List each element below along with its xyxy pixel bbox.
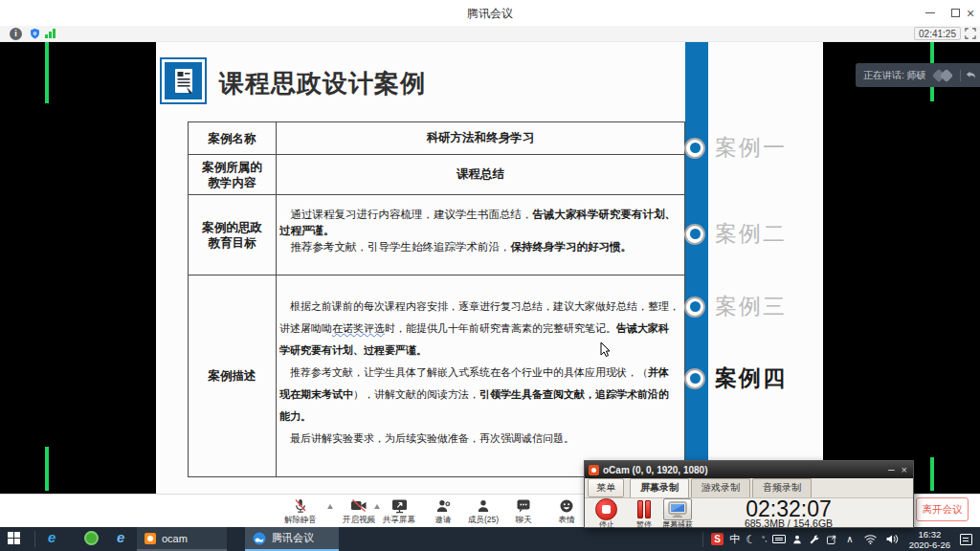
share-screen-icon — [374, 497, 424, 514]
row-label: 案例所属的 教学内容 — [189, 155, 277, 194]
table-row: 案例的思政 教育目标 通过课程复习进行内容梳理，建议学生书面总结，告诫大家科学研… — [189, 195, 684, 276]
ocam-stop-button[interactable] — [595, 498, 617, 520]
marker-line — [930, 457, 934, 491]
ime-lang-indicator[interactable]: 中 — [729, 532, 740, 546]
windows-taskbar: e e ocam 腾讯会议 S 中 ☾ °, ∧ 16:32 2020-6- — [0, 527, 980, 551]
fullscreen-icon[interactable] — [965, 28, 976, 39]
volume-icon[interactable] — [885, 534, 900, 544]
slide-title: 课程思政设计案例 — [219, 67, 426, 100]
window-title: 腾讯会议 — [0, 6, 980, 22]
presentation-slide: 课程思政设计案例 案例名称 科研方法和终身学习 案例所属的 教学内容 课程总结 … — [156, 42, 823, 494]
ocam-app-icon — [145, 533, 156, 544]
nav-ribbon — [685, 42, 708, 488]
share-screen-button[interactable]: 共享屏幕 — [374, 497, 424, 526]
mic-options-arrow[interactable] — [327, 504, 333, 509]
desc-text: 根据之前课前的每次课程内容安排，逐章进行复习总结，建议大家做好总结，整理， 讲述… — [277, 276, 684, 476]
user-tray-icon[interactable] — [791, 534, 803, 545]
meeting-duration: 02:41:25 — [914, 27, 961, 40]
close-button[interactable]: × — [959, 0, 980, 26]
ocam-close-button[interactable]: × — [902, 464, 907, 475]
table-row: 案例描述 根据之前课前的每次课程内容安排，逐章进行复习总结，建议大家做好总结，整… — [189, 276, 684, 476]
screen: 腾讯会议 × i 02:41:25 课程思政设计案例 案例名称 — [0, 0, 980, 551]
wifi-icon[interactable] — [863, 534, 878, 544]
unmute-button[interactable]: 解除静音 — [276, 497, 325, 526]
speaker-overlay: 正在讲话: 师硕 — [856, 63, 980, 87]
leave-meeting-button[interactable]: 离开会议 — [916, 497, 969, 521]
goal-text: 通过课程复习进行内容梳理，建议学生书面总结，告诫大家科学研究要有计划、 过程严谨… — [277, 195, 684, 275]
row-label: 案例名称 — [189, 122, 277, 154]
speaker-text: 正在讲话: 师硕 — [863, 69, 926, 82]
ocam-app-logo — [589, 465, 599, 475]
start-button[interactable] — [8, 532, 21, 545]
row-value: 科研方法和终身学习 — [277, 122, 684, 154]
meeting-infobar: i 02:41:25 — [0, 26, 980, 42]
row-label: 案例的思政 教育目标 — [189, 195, 277, 275]
tencent-meeting-app-icon — [253, 532, 266, 545]
system-tray: S 中 ☾ °, ∧ 16:32 2020-6-26 — [698, 527, 980, 551]
ocam-minimize-button[interactable]: – — [888, 463, 895, 476]
mouse-cursor — [600, 342, 611, 357]
monitor-icon — [668, 501, 687, 518]
ocam-tab-screen-record[interactable]: 屏幕录制 — [630, 478, 689, 497]
reply-arrow-icon[interactable] — [966, 70, 976, 80]
window-titlebar: 腾讯会议 × — [0, 0, 980, 26]
ocam-window: oCam (0, 0, 1920, 1080) – × 菜单 屏幕录制 游戏录制… — [584, 460, 914, 528]
action-center-icon[interactable] — [960, 534, 972, 545]
tray-expand-chevron[interactable]: ∧ — [846, 534, 853, 544]
shared-screen-area: 课程思政设计案例 案例名称 科研方法和终身学习 案例所属的 教学内容 课程总结 … — [0, 42, 980, 494]
ocam-tabs: 菜单 屏幕录制 游戏录制 音频录制 — [585, 478, 913, 498]
ocam-body: 停止 暂停 屏幕捕获 02:32:07 685.3MB / 154.6GB — [585, 498, 913, 527]
ocam-file-size: 685.3MB / 154.6GB — [717, 518, 860, 529]
ocam-pause-button[interactable] — [635, 500, 653, 518]
sogou-icon[interactable]: S — [711, 533, 724, 545]
row-label: 案例描述 — [189, 276, 277, 476]
ocam-tab-menu[interactable]: 菜单 — [588, 478, 624, 497]
ocam-tab-game-record[interactable]: 游戏录制 — [691, 478, 750, 497]
ocam-tab-audio-record[interactable]: 音频录制 — [752, 478, 812, 497]
marker-line — [45, 447, 49, 491]
wrench-icon[interactable] — [809, 534, 820, 545]
shield-icon[interactable] — [29, 28, 41, 40]
share-tray-icon[interactable] — [826, 534, 837, 545]
ocam-title: oCam (0, 0, 1920, 1080) — [603, 465, 881, 475]
ie-icon[interactable]: e — [117, 529, 124, 545]
table-row: 案例所属的 教学内容 课程总结 — [189, 155, 684, 195]
mic-muted-icon — [276, 497, 325, 514]
moon-icon[interactable]: ☾ — [746, 533, 756, 546]
info-icon[interactable]: i — [10, 28, 22, 40]
row-value: 课程总结 — [277, 155, 684, 194]
browser-360-icon[interactable] — [84, 531, 99, 545]
nav-case-3[interactable]: 案例三 — [684, 292, 787, 321]
marker-line — [45, 42, 49, 103]
ocam-capture-button[interactable] — [663, 498, 692, 520]
slide-logo — [160, 57, 207, 104]
taskbar-app-ocam[interactable]: ocam — [137, 527, 227, 551]
nav-case-2[interactable]: 案例二 — [684, 219, 787, 249]
meeting-logo-icon — [932, 69, 956, 82]
taskbar-app-tencent-meeting[interactable]: 腾讯会议 — [245, 527, 339, 551]
edge-icon[interactable]: e — [48, 529, 56, 545]
nav-case-4[interactable]: 案例四 — [684, 364, 787, 393]
ocam-titlebar[interactable]: oCam (0, 0, 1920, 1080) – × — [585, 461, 913, 478]
keyboard-icon[interactable] — [772, 535, 786, 543]
ime-symbols[interactable]: °, — [762, 535, 767, 543]
minimize-button[interactable] — [919, 0, 942, 26]
case-table: 案例名称 科研方法和终身学习 案例所属的 教学内容 课程总结 案例的思政 教育目… — [188, 121, 685, 477]
taskbar-clock[interactable]: 16:32 2020-6-26 — [909, 529, 950, 550]
table-row: 案例名称 科研方法和终身学习 — [189, 122, 684, 155]
nav-case-1[interactable]: 案例一 — [684, 133, 787, 163]
